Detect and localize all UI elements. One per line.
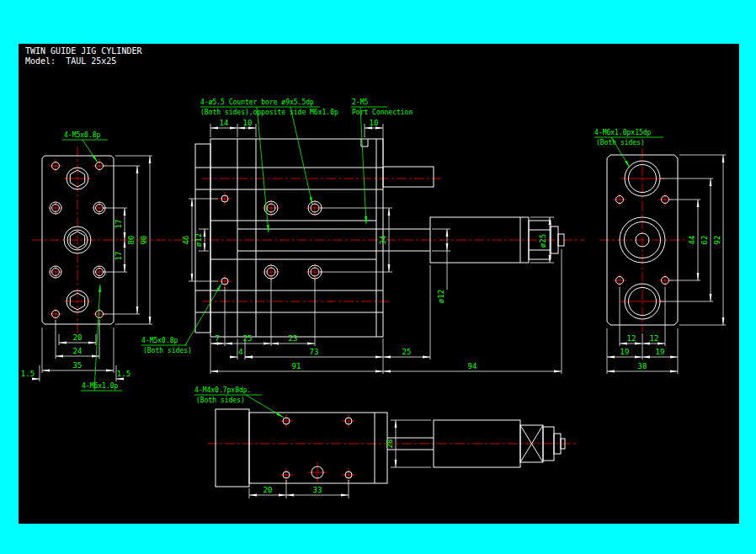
rear-thread-label-line2: (Both sides) — [596, 139, 645, 146]
dim-side-7: 7 — [215, 334, 219, 343]
dim-side-34: 34 — [379, 236, 387, 245]
port-note-line2: Port Connection — [352, 109, 413, 116]
dim-top-20: 20 — [264, 486, 273, 494]
dim-side-14: 14 — [220, 119, 229, 127]
dim-side-10a: 10 — [243, 119, 253, 127]
front-thread-label-top: 4-M5x0.8p — [64, 131, 101, 139]
dim-front-chamfer-left: 1.5 — [21, 370, 35, 378]
dim-side-73: 73 — [310, 348, 319, 356]
dim-rear-19a: 19 — [620, 348, 630, 356]
top-thread-label-line2: (Both sides) — [196, 397, 245, 404]
dim-side-nut-dia: ø25 — [539, 234, 547, 248]
dim-rear-38: 38 — [638, 362, 647, 370]
counterbore-note-line2: (Both sides),opposite side M6x1.0p — [200, 109, 338, 116]
dim-side-46: 46 — [182, 236, 190, 245]
port-note-line1: 2-M5 — [352, 99, 368, 106]
dim-rear-12b: 12 — [650, 334, 659, 343]
dim-side-23: 23 — [289, 334, 298, 343]
cad-viewport: TWIN GUIDE JIG CYLINDER Model: TAUL 25x2… — [0, 0, 756, 554]
dim-side-25a: 25 — [243, 334, 253, 343]
dim-front-17b: 17 — [114, 252, 123, 261]
dim-front-chamfer-right: 1.5 — [117, 370, 130, 378]
dim-rear-62: 62 — [700, 236, 709, 245]
dim-side-4: 4 — [238, 348, 242, 356]
top-thread-label-line1: 4-M4x0.7px8dp. — [194, 386, 251, 394]
dim-rear-19b: 19 — [656, 348, 665, 356]
dim-top-28: 28 — [386, 439, 394, 449]
dim-rear-44: 44 — [688, 236, 696, 245]
dim-rear-92: 92 — [713, 236, 721, 245]
front-thread-label-bottom: 4-M6x1.0p — [82, 382, 119, 390]
dim-side-94: 94 — [468, 362, 477, 370]
dim-side-25b: 25 — [402, 348, 412, 356]
dim-front-80: 80 — [127, 236, 136, 245]
dim-front-35: 35 — [73, 361, 83, 370]
counterbore-note-line1: 4-ø5.5 Counter bore ø9x5.5dp — [200, 99, 314, 106]
dim-side-91: 91 — [292, 362, 301, 370]
side-thread-label-line1: 4-M5x0.8p — [141, 337, 178, 344]
dim-front-17a: 17 — [114, 220, 123, 229]
rear-thread-label-line1: 4-M6x1.0px15dp — [594, 129, 652, 136]
dim-front-20: 20 — [73, 333, 83, 342]
dim-side-10b: 10 — [370, 119, 379, 127]
dim-top-33: 33 — [313, 486, 322, 494]
dim-side-rod-dia-left: ø12 — [194, 233, 203, 247]
dim-side-rod-dia-right: ø12 — [437, 290, 445, 303]
drawing-title: TWIN GUIDE JIG CYLINDER — [25, 46, 142, 56]
drawing-model: Model: TAUL 25x25 — [25, 56, 116, 66]
dim-front-24: 24 — [73, 347, 83, 355]
side-thread-label-line2: (Both sides) — [143, 347, 192, 354]
dim-rear-12a: 12 — [627, 334, 636, 343]
dim-front-90: 90 — [140, 236, 148, 245]
